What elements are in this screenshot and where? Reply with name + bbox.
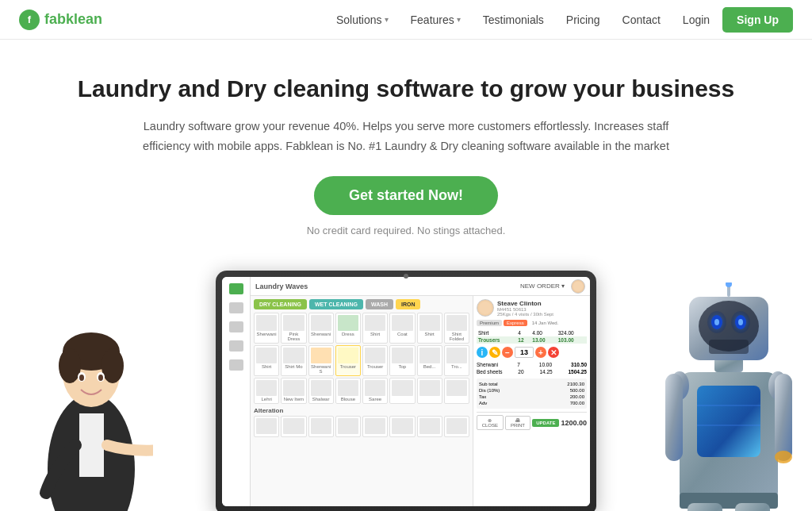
- customer-avatar: [477, 299, 494, 317]
- item-cell[interactable]: Shirt: [362, 313, 388, 344]
- edit-button[interactable]: ✎: [489, 347, 500, 358]
- item-cell[interactable]: Shirt: [254, 345, 279, 376]
- chevron-down-icon: ▾: [457, 15, 461, 24]
- topbar-avatar: [571, 279, 585, 294]
- item-cell[interactable]: [417, 416, 442, 437]
- screen-main: Laundry Waves NEW ORDER ▾ DRY CLEANING W…: [251, 277, 590, 506]
- close-button[interactable]: ⊗ CLOSE: [477, 415, 504, 430]
- svg-rect-30: [688, 503, 722, 511]
- item-cell[interactable]: [281, 416, 306, 437]
- logo-text: fabklean: [44, 11, 102, 28]
- more-items: Sherwani710.00310.50 Bed sheets2014.2515…: [477, 361, 587, 375]
- svg-rect-33: [775, 374, 792, 461]
- item-cell[interactable]: [389, 416, 415, 437]
- note-row: Dis (10%)500.00: [479, 387, 584, 394]
- item-cell[interactable]: [389, 378, 415, 404]
- item-cell[interactable]: [417, 378, 442, 404]
- svg-rect-31: [735, 503, 770, 511]
- item-cell[interactable]: Lehri: [254, 378, 279, 404]
- item-cell[interactable]: Sherwani S: [308, 345, 334, 376]
- item-cell[interactable]: Shalwar: [308, 378, 334, 404]
- item-cell[interactable]: Shirt Folded: [444, 313, 469, 344]
- svg-point-5: [102, 348, 124, 383]
- showcase-section: Laundry Waves NEW ORDER ▾ DRY CLEANING W…: [0, 259, 812, 511]
- dry-cleaning-btn[interactable]: DRY CLEANING: [254, 299, 307, 309]
- nav-contact[interactable]: Contact: [613, 9, 670, 31]
- order-table: Shirt 4 4.00 324.00 Trousers 12 13.00 10: [477, 329, 587, 344]
- svg-rect-1: [79, 413, 104, 477]
- update-button[interactable]: UPDATE: [532, 419, 559, 427]
- item-grid-row1: Sherwani Pink Dress Sherwani Dress Shirt…: [254, 313, 469, 344]
- login-button[interactable]: Login: [673, 9, 719, 31]
- nav-links: Solutions ▾ Features ▾ Testimonials Pric…: [327, 7, 793, 33]
- item-cell[interactable]: Top: [389, 345, 415, 376]
- item-cell[interactable]: Pink Dress: [281, 313, 306, 344]
- item-cell[interactable]: Sherwani: [254, 313, 279, 344]
- item-cell[interactable]: Coat: [389, 313, 415, 344]
- info-button[interactable]: i: [477, 347, 488, 358]
- item-cell[interactable]: New Item: [281, 378, 306, 404]
- svg-rect-20: [709, 340, 749, 354]
- hero-subtitle: Laundry software grow your revenue 40%. …: [121, 117, 691, 156]
- plus-button[interactable]: +: [535, 347, 546, 358]
- tag-premium: Premium: [477, 320, 502, 326]
- sidebar-icon-4: [229, 340, 243, 352]
- nav-features[interactable]: Features ▾: [401, 9, 470, 31]
- item-cell[interactable]: [254, 416, 279, 437]
- svg-point-18: [714, 319, 719, 325]
- get-started-button[interactable]: Get started Now!: [314, 176, 498, 215]
- iron-btn[interactable]: IRON: [396, 299, 421, 309]
- order-tags: Premium Express 14 Jan Wed.: [477, 320, 587, 326]
- item-cell[interactable]: Saree: [362, 378, 388, 404]
- screen-right-panel: Steave Clinton M4451 50613 25Kgs / 4 vis…: [473, 296, 590, 506]
- item-grid-row2: Shirt Shirt Mo Sherwani S Trouser Trouse…: [254, 345, 469, 376]
- person-figure: [30, 310, 153, 511]
- category-buttons: DRY CLEANING WET CLEANING WASH IRON: [254, 299, 469, 309]
- navbar: f fabklean Solutions ▾ Features ▾ Testim…: [0, 0, 812, 40]
- remove-button[interactable]: ✕: [548, 347, 559, 358]
- logo[interactable]: f fabklean: [19, 10, 102, 30]
- screen-new-order[interactable]: NEW ORDER ▾: [520, 282, 565, 290]
- monitor-wrap: Laundry Waves NEW ORDER ▾ DRY CLEANING W…: [216, 271, 596, 511]
- item-cell[interactable]: Shirt Mo: [281, 345, 306, 376]
- wet-cleaning-btn[interactable]: WET CLEANING: [309, 299, 363, 309]
- nav-solutions[interactable]: Solutions ▾: [327, 9, 398, 31]
- screen-brand: Laundry Waves: [255, 282, 308, 290]
- item-cell[interactable]: Trouser: [362, 345, 388, 376]
- table-row: Shirt 4 4.00 324.00: [477, 329, 587, 336]
- svg-rect-24: [697, 386, 760, 457]
- item-cell[interactable]: [444, 416, 469, 437]
- note-row: Adv700.00: [479, 400, 584, 406]
- sidebar-icon-2: [229, 302, 243, 313]
- item-cell[interactable]: Trouser: [335, 345, 361, 376]
- customer-header: Steave Clinton M4451 50613 25Kgs / 4 vis…: [477, 299, 587, 317]
- item-cell[interactable]: Tro...: [444, 345, 469, 376]
- tag-express: Express: [504, 320, 527, 326]
- item-cell[interactable]: [444, 378, 469, 404]
- minus-button[interactable]: −: [502, 347, 513, 358]
- item-bedsheets: Bed sheets2014.251504.25: [477, 368, 587, 375]
- signup-button[interactable]: Sign Up: [722, 7, 793, 33]
- nav-pricing[interactable]: Pricing: [557, 9, 610, 31]
- sidebar-icon-1: [229, 283, 243, 294]
- screen-left-panel: DRY CLEANING WET CLEANING WASH IRON Sher…: [251, 296, 473, 506]
- total-amount: 1200.00: [561, 419, 587, 427]
- svg-point-34: [775, 451, 792, 463]
- print-button[interactable]: 🖶 PRINT: [505, 416, 531, 430]
- wash-btn[interactable]: WASH: [366, 299, 393, 309]
- monitor-screen: Laundry Waves NEW ORDER ▾ DRY CLEANING W…: [222, 277, 590, 506]
- note-row: Sub total2100.30: [479, 381, 584, 387]
- screen-sidebar: [222, 277, 251, 506]
- item-cell[interactable]: Blouse: [335, 378, 361, 404]
- item-cell[interactable]: [308, 416, 334, 437]
- item-cell[interactable]: Sherwani: [308, 313, 334, 344]
- item-cell[interactable]: Bed...: [417, 345, 442, 376]
- item-cell[interactable]: [335, 416, 361, 437]
- note-row: Tax200.00: [479, 394, 584, 400]
- item-cell[interactable]: [362, 416, 388, 437]
- item-cell[interactable]: Shirt: [417, 313, 442, 344]
- item-cell[interactable]: Dress: [335, 313, 361, 344]
- sidebar-icon-3: [229, 321, 243, 332]
- nav-testimonials[interactable]: Testimonials: [473, 9, 553, 31]
- quantity-display: 13: [515, 347, 534, 358]
